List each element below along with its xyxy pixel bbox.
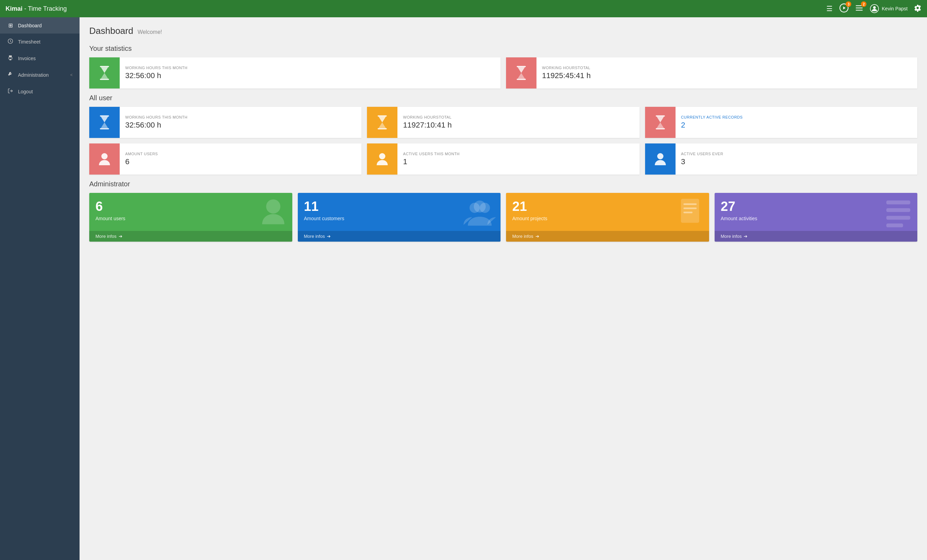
sidebar-item-timesheet[interactable]: Timesheet	[0, 33, 79, 50]
brand-logo: Kimai - Time Tracking	[6, 5, 67, 12]
brand-subtitle: - Time Tracking	[23, 5, 67, 12]
admin-users-bg-icon	[258, 197, 289, 231]
your-statistics-row: WORKING HOURS THIS MONTH 32:56:00 h WORK…	[89, 58, 917, 88]
admin-users-card[interactable]: 6 Amount users More infos ➔	[89, 193, 292, 241]
all-working-total-content: WORKING HOURSTOTAL 11927:10:41 h	[397, 110, 457, 135]
admin-activities-footer-arrow: ➔	[744, 234, 748, 239]
all-working-total-label: WORKING HOURSTOTAL	[403, 115, 452, 119]
svg-point-24	[379, 153, 385, 159]
sidebar-item-logout[interactable]: Logout	[0, 83, 79, 100]
admin-customers-card[interactable]: 11 Amount customers	[298, 193, 501, 241]
amount-users-icon	[89, 143, 120, 175]
your-working-total-value: 11925:45:41 h	[542, 71, 591, 80]
active-users-ever-icon	[645, 143, 676, 175]
svg-point-29	[474, 200, 486, 212]
hamburger-menu[interactable]: ☰	[826, 5, 833, 13]
list-badge: 2	[861, 2, 866, 7]
admin-customers-footer-text: More infos	[304, 234, 325, 239]
main-content: Dashboard Welcome! Your statistics WORKI…	[79, 17, 927, 560]
admin-customers-bg-icon	[462, 200, 497, 231]
admin-customers-footer[interactable]: More infos ➔	[298, 231, 501, 241]
svg-rect-16	[517, 79, 526, 80]
svg-rect-18	[100, 128, 109, 130]
active-users-month-label: ACTIVE USERS THIS MONTH	[403, 152, 459, 156]
admin-customers-footer-arrow: ➔	[327, 234, 331, 239]
admin-projects-bg-icon	[675, 197, 706, 231]
brand-name: Kimai	[6, 5, 23, 12]
admin-activities-footer[interactable]: More infos ➔	[714, 231, 918, 241]
admin-projects-footer-arrow: ➔	[535, 234, 539, 239]
svg-rect-36	[886, 216, 910, 220]
all-working-month-label: WORKING HOURS THIS MONTH	[125, 115, 187, 119]
admin-projects-number: 21	[512, 200, 547, 213]
svg-point-11	[11, 58, 12, 58]
active-users-ever-label: ACTIVE USERS EVER	[681, 152, 723, 156]
admin-activities-bg-icon	[883, 197, 914, 231]
sidebar-label-timesheet: Timesheet	[18, 39, 41, 45]
admin-users-footer[interactable]: More infos ➔	[89, 231, 292, 241]
svg-rect-22	[655, 128, 664, 130]
play-button[interactable]: 3	[839, 3, 848, 14]
administrator-row: 6 Amount users More infos ➔	[89, 193, 917, 241]
settings-button[interactable]	[914, 4, 921, 13]
all-active-records-content: CURRENTLY ACTIVE RECORDS 2	[676, 110, 748, 135]
sidebar-item-administration[interactable]: Administration <	[0, 67, 79, 83]
all-user-title: All user	[89, 94, 917, 102]
svg-rect-37	[886, 224, 903, 228]
sidebar-label-administration: Administration	[18, 72, 49, 78]
svg-rect-13	[100, 66, 109, 67]
clock-icon	[7, 38, 14, 45]
svg-rect-35	[886, 208, 910, 212]
all-active-records-icon	[645, 107, 676, 138]
admin-users-label: Amount users	[96, 216, 125, 221]
list-button[interactable]: 2	[855, 3, 864, 14]
page-header: Dashboard Welcome!	[89, 26, 917, 36]
svg-rect-3	[856, 8, 863, 8]
admin-users-body: 6 Amount users	[89, 193, 292, 231]
all-working-month-icon	[89, 107, 120, 138]
svg-rect-15	[517, 66, 526, 67]
admin-activities-text: 27 Amount activities	[721, 200, 757, 221]
your-working-month-icon	[89, 58, 120, 88]
svg-rect-8	[9, 55, 12, 57]
active-users-month-card: ACTIVE USERS THIS MONTH 1	[367, 143, 639, 175]
page-subtitle: Welcome!	[138, 29, 162, 35]
svg-rect-19	[378, 115, 387, 117]
admin-users-number: 6	[96, 200, 125, 213]
play-badge: 3	[846, 2, 851, 7]
admin-projects-card[interactable]: 21 Amount projects More infos ➔	[506, 193, 709, 241]
active-users-month-value: 1	[403, 157, 459, 166]
admin-activities-card[interactable]: 27 Amount activities More infos	[714, 193, 918, 241]
amount-users-label: AMOUNT USERS	[125, 152, 158, 156]
sidebar-item-dashboard[interactable]: ⊞ Dashboard	[0, 17, 79, 33]
logout-icon	[7, 88, 14, 95]
admin-activities-label: Amount activities	[721, 216, 757, 221]
all-active-records-card: CURRENTLY ACTIVE RECORDS 2	[645, 107, 917, 138]
admin-customers-text: 11 Amount customers	[304, 200, 345, 221]
admin-users-footer-arrow: ➔	[119, 234, 122, 239]
admin-customers-number: 11	[304, 200, 345, 213]
svg-point-25	[657, 153, 663, 159]
all-working-month-content: WORKING HOURS THIS MONTH 32:56:00 h	[120, 110, 193, 135]
svg-rect-30	[681, 199, 699, 223]
svg-rect-32	[683, 207, 696, 209]
amount-users-card: AMOUNT USERS 6	[89, 143, 362, 175]
your-working-total-content: WORKING HOURSTOTAL 11925:45:41 h	[536, 61, 596, 85]
all-working-total-card: WORKING HOURSTOTAL 11927:10:41 h	[367, 107, 639, 138]
your-working-total-icon	[506, 58, 536, 88]
user-menu[interactable]: Kevin Papst	[870, 4, 908, 13]
sidebar-label-dashboard: Dashboard	[18, 23, 42, 28]
svg-rect-33	[683, 212, 692, 213]
sidebar-label-logout: Logout	[18, 89, 33, 94]
top-navigation: Kimai - Time Tracking ☰ 3 2 Kevin Papst	[0, 0, 927, 17]
your-working-total-label: WORKING HOURSTOTAL	[542, 66, 591, 70]
sidebar-item-invoices[interactable]: Invoices	[0, 50, 79, 67]
admin-projects-footer[interactable]: More infos ➔	[506, 231, 709, 241]
admin-projects-body: 21 Amount projects	[506, 193, 709, 231]
svg-rect-34	[886, 200, 910, 204]
wrench-icon	[7, 71, 14, 79]
svg-rect-10	[9, 59, 11, 60]
dashboard-icon: ⊞	[7, 22, 14, 29]
your-working-month-content: WORKING HOURS THIS MONTH 32:56:00 h	[120, 61, 193, 85]
svg-rect-31	[683, 203, 696, 205]
